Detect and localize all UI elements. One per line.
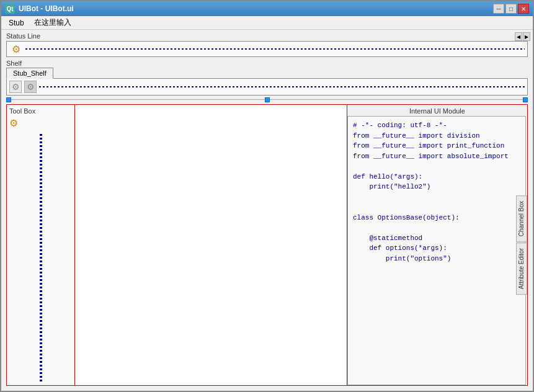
title-bar: Qt UIBot - UIBot.ui ─ □ ✕ xyxy=(1,1,533,16)
status-line-bar: ⚙ xyxy=(6,41,528,57)
right-panel: Internal UI Module # -*- coding: utf-8 -… xyxy=(347,105,527,385)
code-line: from __future__ import division xyxy=(353,131,520,141)
handle-center[interactable] xyxy=(265,97,270,102)
code-line: print("options") xyxy=(353,254,520,264)
shelf-toolbar: ⚙ ⚙ xyxy=(6,78,528,96)
toolbox-slider[interactable] xyxy=(9,134,72,383)
divider-row xyxy=(6,97,528,103)
handle-right[interactable] xyxy=(523,97,528,102)
side-tabs: Channel Box Attribute Editor xyxy=(516,105,527,385)
code-line xyxy=(353,192,520,203)
status-dotted-line xyxy=(25,48,525,50)
tool-box-label: Tool Box xyxy=(9,107,72,115)
status-line-label: Status Line xyxy=(6,32,528,40)
panels-area: Tool Box ⚙ Internal UI Module # -*- codi… xyxy=(6,104,528,386)
menu-bar: Stub 在这里输入 xyxy=(1,16,533,30)
shelf-gear-left: ⚙ xyxy=(9,81,22,93)
code-area: # -*- coding: utf-8 -*-from __future__ i… xyxy=(347,116,526,385)
channel-box-tab[interactable]: Channel Box xyxy=(516,195,527,242)
menu-item-stub[interactable]: Stub xyxy=(4,17,29,29)
code-line: class OptionsBase(object): xyxy=(353,213,520,223)
main-content: ◀ ▶ Status Line ⚙ Shelf Stub_Shelf ⚙ ⚙ xyxy=(1,30,533,391)
window-title: UIBot - UIBot.ui xyxy=(19,4,74,13)
handle-left[interactable] xyxy=(6,97,11,102)
code-line: print("hello2") xyxy=(353,182,520,192)
code-line xyxy=(353,202,520,213)
close-button[interactable]: ✕ xyxy=(518,4,529,14)
code-line: def hello(*args): xyxy=(353,172,520,182)
code-line: def options(*args): xyxy=(353,243,520,254)
code-line xyxy=(353,161,520,172)
maximize-button[interactable]: □ xyxy=(505,4,517,14)
shelf-tabs: Stub_Shelf xyxy=(6,68,528,79)
shelf-tab-stub[interactable]: Stub_Shelf xyxy=(6,68,53,79)
title-bar-left: Qt UIBot - UIBot.ui xyxy=(5,4,74,14)
code-line xyxy=(353,223,520,233)
internal-ui-label: Internal UI Module xyxy=(347,105,527,116)
shelf-gear-right: ⚙ xyxy=(24,81,37,93)
main-window: Qt UIBot - UIBot.ui ─ □ ✕ Stub 在这里输入 ◀ ▶… xyxy=(0,0,534,392)
shelf-label: Shelf xyxy=(6,60,528,67)
window-controls: ─ □ ✕ xyxy=(493,4,529,14)
nav-arrows: ◀ ▶ xyxy=(515,32,530,41)
shelf-area: Shelf Stub_Shelf ⚙ ⚙ xyxy=(1,58,533,96)
code-line: from __future__ import print_function xyxy=(353,141,520,151)
center-panel[interactable] xyxy=(75,105,347,385)
code-line: @staticmethod xyxy=(353,233,520,244)
tool-box: Tool Box ⚙ xyxy=(7,105,75,385)
shelf-dotted-line xyxy=(39,86,525,87)
slider-track xyxy=(40,134,42,383)
menu-item-input[interactable]: 在这里输入 xyxy=(29,16,76,29)
nav-left-button[interactable]: ◀ xyxy=(515,32,522,41)
app-icon: Qt xyxy=(5,4,15,14)
code-line: from __future__ import absolute_import xyxy=(353,151,520,162)
toolbox-gear-icon: ⚙ xyxy=(9,117,72,129)
nav-right-button[interactable]: ▶ xyxy=(523,32,530,41)
status-line-area: Status Line ⚙ xyxy=(1,30,533,58)
status-gear-icon: ⚙ xyxy=(9,42,23,56)
attribute-editor-tab[interactable]: Attribute Editor xyxy=(516,243,527,295)
minimize-button[interactable]: ─ xyxy=(493,4,504,14)
code-line: # -*- coding: utf-8 -*- xyxy=(353,120,520,131)
